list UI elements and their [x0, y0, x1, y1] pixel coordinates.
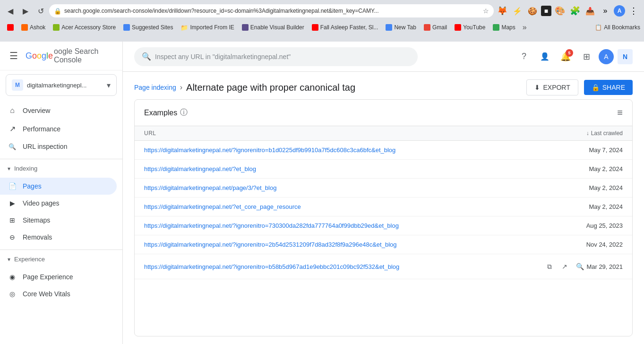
maps-favicon — [493, 24, 499, 31]
star-icon[interactable]: ☆ — [483, 7, 489, 15]
col-crawled-header[interactable]: ↓ Last crawled — [586, 130, 623, 137]
indexing-label: Indexing — [14, 165, 37, 172]
sidebar-core-web-vitals-label: Core Web Vitals — [23, 290, 70, 298]
color-icon[interactable]: 🎨 — [553, 4, 567, 17]
refresh-button[interactable]: ↺ — [34, 4, 47, 17]
examples-help-icon[interactable]: ⓘ — [180, 108, 188, 118]
sidebar-item-pages[interactable]: 📄 Pages — [0, 178, 117, 195]
youtube-favicon — [7, 24, 14, 31]
filter-icon[interactable]: ≡ — [617, 107, 623, 118]
sidebar-item-sitemaps[interactable]: ⊞ Sitemaps — [0, 212, 117, 229]
cookie-icon[interactable]: 🍪 — [526, 4, 539, 17]
share-button[interactable]: 🔒 SHARE — [584, 80, 633, 95]
bookmark-ashok[interactable]: Ashok — [18, 23, 49, 32]
open-url-button[interactable]: ↗ — [558, 260, 571, 273]
row-url-5[interactable]: https://digitalmarketingnepal.net/?ignor… — [144, 241, 586, 248]
sidebar-pages-label: Pages — [23, 182, 42, 190]
sidebar-item-removals[interactable]: ⊖ Removals — [0, 229, 117, 246]
breadcrumb-separator: › — [180, 83, 182, 92]
table-row[interactable]: https://digitalmarketingnepal.net/page/3… — [135, 179, 632, 198]
row-url-0[interactable]: https://digitalmarketingnepal.net/?ignor… — [144, 146, 589, 154]
table-row[interactable]: https://digitalmarketingnepal.net/?et_bl… — [135, 160, 632, 179]
all-bookmarks-button[interactable]: 📋 All Bookmarks — [595, 24, 640, 31]
plugin1-icon[interactable]: ■ — [541, 6, 551, 16]
breadcrumb-link[interactable]: Page indexing — [134, 84, 176, 91]
notifications-button[interactable]: 🔔 5 — [557, 48, 574, 65]
acer-favicon — [53, 24, 60, 31]
back-button[interactable]: ◀ — [4, 4, 17, 17]
bookmark-new-tab[interactable]: New Tab — [382, 23, 419, 32]
property-icon: M — [12, 79, 23, 91]
sidebar-item-performance[interactable]: ↗ Performance — [0, 120, 117, 138]
sidebar-item-url-inspection[interactable]: 🔍 URL inspection — [0, 138, 117, 155]
examples-title: Examples ⓘ — [144, 108, 188, 118]
download-icon[interactable]: 📥 — [584, 4, 597, 17]
indexing-nav-section: 📄 Pages ▶ Video pages ⊞ Sitemaps ⊖ Remov… — [0, 176, 122, 248]
row-url-6[interactable]: https://digitalmarketingnepal.net/?ignor… — [144, 263, 539, 270]
sidebar-item-core-web-vitals[interactable]: ◎ Core Web Vitals — [0, 285, 117, 302]
more-bookmarks-button[interactable]: » — [520, 22, 530, 33]
export-button[interactable]: ⬇ EXPORT — [526, 79, 578, 95]
sidebar-item-video-pages[interactable]: ▶ Video pages — [0, 195, 117, 212]
table-row[interactable]: https://digitalmarketingnepal.net/?ignor… — [135, 141, 632, 160]
copy-url-button[interactable]: ⧉ — [543, 260, 556, 273]
row-date-3: May 2, 2024 — [589, 203, 623, 210]
row-date-0: May 7, 2024 — [589, 146, 623, 154]
apps-grid-button[interactable]: ⊞ — [578, 48, 595, 65]
sitemaps-icon: ⊞ — [8, 216, 17, 224]
users-icon: 👤 — [540, 52, 550, 61]
bookmark-youtube-home[interactable] — [4, 23, 17, 32]
breadcrumb: Page indexing › Alternate page with prop… — [134, 82, 355, 93]
performance-icon: ↗ — [8, 124, 17, 133]
avatar-browser[interactable]: A — [614, 5, 625, 17]
bookmark-acer[interactable]: Acer Accessory Store — [50, 23, 119, 32]
tool1-icon[interactable]: 🧩 — [568, 4, 582, 17]
bookmark-suggested[interactable]: Suggested Sites — [120, 23, 176, 32]
fall-favicon — [312, 24, 318, 31]
table-row[interactable]: https://digitalmarketingnepal.net/?et_co… — [135, 198, 632, 216]
bookmark-gmail[interactable]: Gmail — [421, 23, 450, 32]
row-url-2[interactable]: https://digitalmarketingnepal.net/page/3… — [144, 184, 589, 191]
indexing-section-header[interactable]: ▾ Indexing — [0, 161, 122, 176]
address-bar[interactable]: 🔒 search.google.com/search-console/index… — [49, 4, 494, 17]
nightly-icon[interactable]: ⚡ — [511, 4, 524, 17]
help-button[interactable]: ? — [515, 48, 532, 65]
sidebar-item-overview[interactable]: ⌂ Overview — [0, 102, 117, 120]
home-icon: ⌂ — [8, 106, 17, 115]
bookmark-acer-label: Acer Accessory Store — [61, 24, 116, 31]
browser-menu-button[interactable]: ⋮ — [627, 4, 640, 17]
experience-nav-section: ◉ Page Experience ◎ Core Web Vitals — [0, 267, 122, 304]
experience-section-header[interactable]: ▾ Experience — [0, 252, 122, 267]
table-row[interactable]: https://digitalmarketingnepal.net/?ignor… — [135, 235, 632, 254]
sidebar-header: ☰ Google oogle Search Console — [0, 42, 122, 70]
manage-users-button[interactable]: 👤 — [536, 48, 553, 65]
share-lock-icon: 🔒 — [592, 84, 600, 91]
row-actions: ⧉ ↗ 🔍 — [543, 260, 586, 273]
breadcrumb-actions-row: Page indexing › Alternate page with prop… — [123, 72, 644, 99]
forward-button[interactable]: ▶ — [19, 4, 32, 17]
search-bar-input[interactable] — [155, 53, 410, 60]
bookmark-youtube[interactable]: YouTube — [451, 23, 489, 32]
nav-section-main: ⌂ Overview ↗ Performance 🔍 URL inspectio… — [0, 100, 122, 157]
bookmark-fall[interactable]: Fall Asleep Faster, Sl... — [309, 23, 382, 32]
firefox-icon[interactable]: 🦊 — [496, 4, 509, 17]
bookmark-maps[interactable]: Maps — [489, 23, 518, 32]
url-inspection-search-bar[interactable]: 🔍 — [134, 47, 418, 66]
table-row[interactable]: https://digitalmarketingnepal.net/?ignor… — [135, 216, 632, 235]
row-url-1[interactable]: https://digitalmarketingnepal.net/?et_bl… — [144, 165, 589, 172]
sort-down-icon: ↓ — [586, 130, 589, 137]
table-row[interactable]: https://digitalmarketingnepal.net/?ignor… — [135, 254, 632, 279]
more-extensions-button[interactable]: » — [599, 4, 612, 17]
property-selector[interactable]: M digitalmarketingnepl... ▾ — [6, 74, 117, 96]
bookmark-folder-ie[interactable]: 📁 Imported From IE — [177, 23, 237, 33]
row-url-4[interactable]: https://digitalmarketingnepal.net/?ignor… — [144, 222, 586, 229]
enable-favicon — [242, 24, 249, 31]
bookmark-enable[interactable]: Enable Visual Builder — [239, 23, 308, 32]
hamburger-menu-button[interactable]: ☰ — [8, 48, 20, 63]
sidebar-item-page-experience[interactable]: ◉ Page Experience — [0, 268, 117, 285]
row-url-3[interactable]: https://digitalmarketingnepal.net/?et_co… — [144, 203, 589, 210]
inspect-url-button[interactable]: 🔍 — [573, 260, 586, 273]
header-actions: ? 👤 🔔 5 ⊞ A N — [515, 48, 633, 65]
notification-count: 5 — [566, 49, 573, 57]
user-avatar[interactable]: A — [599, 49, 614, 64]
